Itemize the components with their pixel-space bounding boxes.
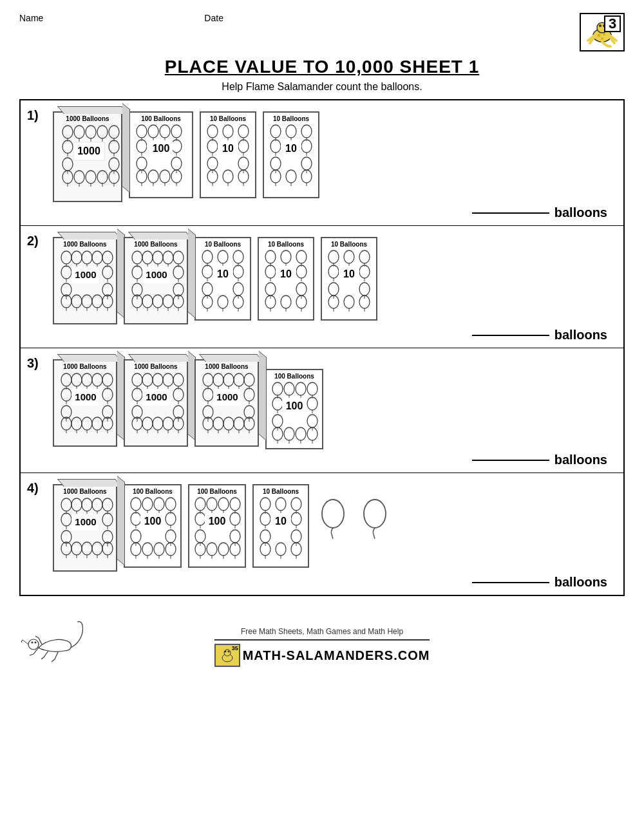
q2-box-1000a: 1000 Balloons [53, 237, 117, 324]
q2-1000a-svg: 1000 [57, 250, 115, 317]
svg-text:10: 10 [285, 143, 297, 154]
svg-point-453 [276, 543, 286, 556]
q1-answer-line[interactable] [472, 212, 549, 214]
footer-tagline: Free Math Sheets, Math Games and Math He… [241, 627, 403, 636]
svg-point-9 [603, 33, 605, 35]
svg-point-417 [195, 512, 205, 525]
svg-point-429 [207, 543, 217, 556]
q1-box-1000: 1000 Balloons [53, 111, 122, 202]
svg-point-147 [163, 251, 173, 264]
svg-point-475 [227, 651, 229, 653]
svg-point-141 [132, 251, 142, 264]
svg-point-327 [272, 382, 283, 395]
svg-point-459 [364, 500, 386, 528]
svg-point-437 [276, 498, 286, 510]
svg-point-115 [82, 251, 92, 264]
svg-point-233 [344, 295, 354, 308]
svg-point-397 [131, 530, 141, 543]
svg-point-361 [102, 498, 113, 511]
svg-text:100: 100 [209, 516, 226, 527]
svg-point-285 [173, 406, 184, 418]
svg-point-223 [359, 265, 370, 278]
svg-point-305 [244, 373, 254, 386]
svg-point-171 [202, 250, 213, 263]
svg-point-41 [137, 125, 147, 138]
svg-point-335 [272, 397, 283, 410]
svg-point-403 [142, 543, 153, 556]
svg-point-107 [286, 170, 296, 183]
svg-point-179 [233, 265, 243, 278]
svg-point-273 [163, 373, 173, 386]
q2-answer-line[interactable] [472, 335, 549, 336]
svg-point-85 [223, 170, 233, 183]
svg-point-157 [132, 283, 142, 296]
name-label: Name [19, 13, 43, 23]
svg-point-15 [86, 126, 96, 138]
svg-point-343 [307, 415, 317, 427]
svg-text:1000: 1000 [216, 391, 238, 402]
svg-point-129 [102, 283, 113, 296]
svg-point-349 [296, 427, 306, 440]
q4-single-balloon-a [316, 497, 351, 542]
svg-point-95 [270, 140, 281, 153]
svg-point-193 [265, 250, 276, 263]
q1-100-balloons-svg: 100 [133, 124, 189, 194]
q1-10a-balloons-svg: 10 [204, 124, 252, 194]
svg-point-283 [132, 406, 142, 418]
q4-box-10: 10 Balloons 10 [252, 484, 309, 568]
q4-answer-line[interactable] [472, 582, 549, 583]
svg-point-315 [244, 406, 254, 418]
question-4: 4) 1000 Balloons [21, 473, 623, 595]
svg-point-313 [203, 406, 213, 418]
svg-point-103 [301, 157, 312, 170]
svg-point-341 [272, 415, 283, 427]
svg-point-439 [291, 498, 301, 510]
svg-text:100: 100 [144, 516, 162, 527]
svg-point-10 [601, 37, 603, 40]
svg-point-211 [281, 295, 291, 308]
svg-text:10: 10 [217, 268, 229, 279]
q3-answer-line[interactable] [472, 460, 549, 461]
svg-point-419 [230, 512, 240, 525]
q2-number: 2) [27, 234, 39, 248]
svg-point-61 [148, 170, 158, 183]
svg-line-467 [52, 659, 55, 662]
svg-text:10: 10 [280, 268, 292, 279]
svg-point-457 [322, 500, 344, 528]
svg-point-409 [195, 498, 205, 510]
svg-point-97 [301, 140, 312, 153]
q3-100-svg: 100 [269, 381, 319, 445]
svg-point-255 [102, 406, 113, 418]
svg-line-458 [332, 534, 333, 539]
svg-point-49 [137, 140, 147, 153]
svg-point-243 [92, 373, 102, 386]
svg-text:10: 10 [343, 268, 355, 279]
svg-point-385 [142, 498, 153, 510]
svg-text:1000: 1000 [146, 269, 167, 280]
svg-point-379 [92, 542, 102, 555]
svg-point-253 [61, 406, 71, 418]
svg-point-299 [213, 373, 223, 386]
svg-point-221 [328, 265, 339, 278]
svg-point-337 [307, 397, 317, 410]
svg-text:1000: 1000 [146, 391, 167, 402]
svg-point-277 [132, 388, 142, 401]
q1-balloons-row: 1000 Balloons [53, 108, 614, 202]
svg-point-175 [233, 250, 243, 263]
svg-point-321 [223, 417, 234, 430]
logo-number: 3 [604, 15, 621, 32]
main-questions-box: 1) 1000 Balloons [19, 99, 625, 596]
svg-point-411 [207, 498, 217, 510]
svg-point-17 [97, 126, 108, 138]
svg-point-229 [359, 283, 370, 295]
svg-point-291 [153, 417, 163, 430]
svg-point-173 [218, 250, 228, 263]
svg-point-153 [173, 266, 184, 279]
svg-point-21 [62, 140, 73, 153]
svg-point-93 [301, 125, 312, 138]
svg-point-149 [173, 251, 184, 264]
q3-answer-row: balloons [30, 453, 614, 467]
q3-1000b-svg: 1000 [128, 372, 186, 440]
svg-point-47 [171, 125, 182, 138]
svg-point-323 [234, 417, 244, 430]
